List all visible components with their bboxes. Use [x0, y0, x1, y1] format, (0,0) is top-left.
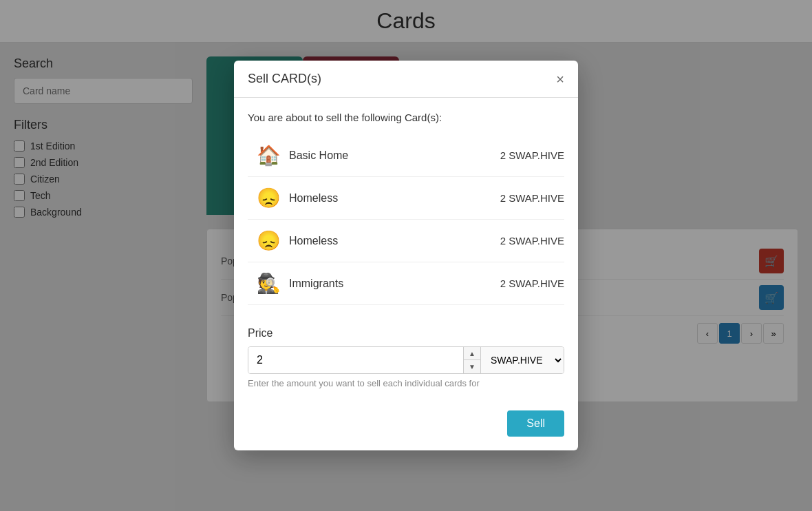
modal-card-name-4: Immigrants [289, 278, 500, 290]
sad-face-icon-1: 😞 [248, 187, 289, 209]
modal-card-name-3: Homeless [289, 235, 500, 247]
modal-header: Sell CARD(s) × [234, 61, 578, 98]
modal-card-row-immigrants: 🕵 Immigrants 2 SWAP.HIVE [248, 262, 564, 305]
modal-card-price-2: 2 SWAP.HIVE [500, 192, 564, 204]
spy-icon: 🕵 [248, 272, 289, 295]
price-hint: Enter the amount you want to sell each i… [248, 378, 564, 388]
sad-face-icon-2: 😞 [248, 229, 289, 252]
modal-footer: Sell [234, 402, 578, 450]
price-number-wrapper: ▲ ▼ [248, 347, 480, 373]
modal-title: Sell CARD(s) [248, 72, 321, 86]
price-spin-down[interactable]: ▼ [464, 360, 480, 373]
modal-card-row-basic-home: 🏠 Basic Home 2 SWAP.HIVE [248, 134, 564, 177]
modal-card-row-homeless-2: 😞 Homeless 2 SWAP.HIVE [248, 220, 564, 262]
price-currency-wrapper: SWAP.HIVE HIVE HBD [480, 347, 564, 373]
price-number-input[interactable] [248, 347, 463, 373]
home-icon: 🏠 [248, 144, 289, 167]
price-spin-up[interactable]: ▲ [464, 347, 480, 360]
modal-card-price-3: 2 SWAP.HIVE [500, 235, 564, 247]
sell-action-button[interactable]: Sell [507, 410, 564, 437]
modal-card-price-1: 2 SWAP.HIVE [500, 149, 564, 161]
sell-modal: Sell CARD(s) × You are about to sell the… [234, 61, 578, 450]
price-label: Price [248, 327, 564, 340]
price-section: Price ▲ ▼ SWAP.HIVE HIVE HBD [248, 316, 564, 388]
price-input-group: ▲ ▼ SWAP.HIVE HIVE HBD [248, 346, 564, 374]
price-spin-buttons: ▲ ▼ [463, 347, 480, 373]
currency-select[interactable]: SWAP.HIVE HIVE HBD [481, 347, 564, 373]
modal-body: You are about to sell the following Card… [234, 98, 578, 402]
modal-card-name-1: Basic Home [289, 149, 500, 162]
modal-overlay[interactable]: Sell CARD(s) × You are about to sell the… [0, 0, 812, 511]
modal-close-button[interactable]: × [556, 72, 564, 86]
modal-card-row-homeless-1: 😞 Homeless 2 SWAP.HIVE [248, 177, 564, 220]
modal-card-price-4: 2 SWAP.HIVE [500, 278, 564, 289]
modal-card-name-2: Homeless [289, 192, 500, 205]
modal-subtitle: You are about to sell the following Card… [248, 112, 564, 123]
